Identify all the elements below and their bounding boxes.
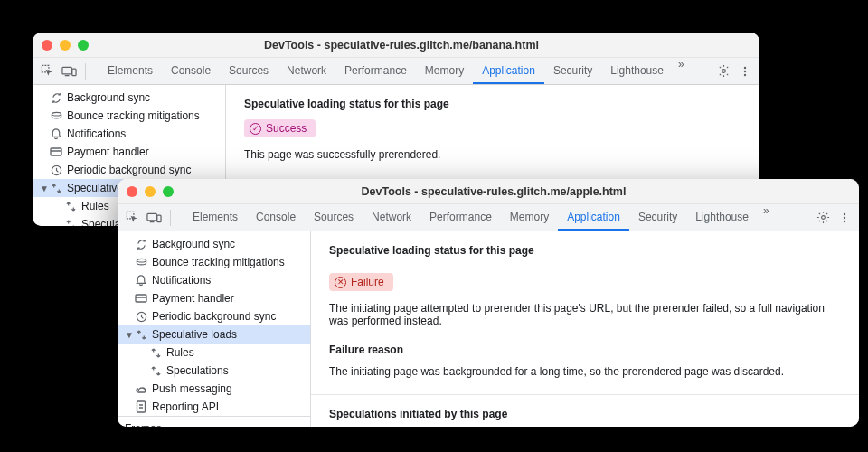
sidebar-item-periodic-sync[interactable]: Periodic background sync <box>118 307 310 325</box>
devtools-toolbar: Elements Console Sources Network Perform… <box>33 58 760 85</box>
status-heading: Speculative loading status for this page <box>244 98 741 110</box>
svg-point-6 <box>744 73 746 75</box>
device-toggle-icon[interactable] <box>145 209 163 227</box>
panel-tabs: Elements Console Sources Network Perform… <box>184 204 775 231</box>
status-badge-label: Failure <box>351 276 384 288</box>
svg-point-17 <box>137 259 146 262</box>
tab-performance[interactable]: Performance <box>335 58 416 84</box>
devtools-window-apple: DevTools - speculative-rules.glitch.me/a… <box>118 179 859 427</box>
tab-memory[interactable]: Memory <box>501 204 558 231</box>
inspect-icon[interactable] <box>38 62 56 80</box>
svg-rect-1 <box>61 67 71 74</box>
zoom-icon[interactable] <box>163 186 174 197</box>
svg-rect-11 <box>146 213 156 221</box>
svg-rect-20 <box>137 401 146 412</box>
sidebar-item-speculations[interactable]: Speculations <box>118 362 310 380</box>
tabs-overflow-icon[interactable]: » <box>758 204 775 231</box>
tab-network[interactable]: Network <box>278 58 335 84</box>
sidebar-item-push-messaging[interactable]: Push messaging <box>118 380 310 398</box>
sidebar-item-speculative-loads[interactable]: ▼Speculative loads <box>118 325 310 344</box>
tabs-overflow-icon[interactable]: » <box>673 58 690 84</box>
separator <box>85 63 86 80</box>
svg-rect-2 <box>71 69 75 76</box>
svg-point-4 <box>744 66 746 68</box>
section-divider <box>311 394 859 395</box>
tab-sources[interactable]: Sources <box>305 204 363 231</box>
svg-point-7 <box>52 112 61 116</box>
sidebar-item-payment-handler[interactable]: Payment handler <box>118 289 310 307</box>
traffic-lights <box>42 40 89 51</box>
minimize-icon[interactable] <box>60 40 71 51</box>
tab-application[interactable]: Application <box>558 204 629 231</box>
sidebar-section-frames[interactable]: Frames <box>118 416 310 427</box>
svg-point-3 <box>722 70 725 73</box>
window-title: DevTools - speculative-rules.glitch.me/a… <box>186 185 801 198</box>
device-toggle-icon[interactable] <box>60 62 78 80</box>
tab-network[interactable]: Network <box>363 204 420 231</box>
tab-elements[interactable]: Elements <box>184 204 247 231</box>
tab-memory[interactable]: Memory <box>416 58 473 84</box>
speculative-loads-panel: Speculative loading status for this page… <box>311 231 859 427</box>
traffic-lights <box>127 186 174 197</box>
gear-icon[interactable] <box>814 209 832 227</box>
sidebar-item-periodic-sync[interactable]: Periodic background sync <box>33 161 225 179</box>
status-description: The initiating page attempted to prerend… <box>329 302 841 327</box>
sidebar-item-bounce-tracking[interactable]: Bounce tracking mitigations <box>118 253 310 271</box>
check-circle-icon: ✓ <box>250 123 261 135</box>
tab-security[interactable]: Security <box>629 204 686 231</box>
inspect-icon[interactable] <box>123 209 141 227</box>
tab-lighthouse[interactable]: Lighthouse <box>601 58 673 84</box>
sidebar-item-payment-handler[interactable]: Payment handler <box>33 143 225 161</box>
separator <box>170 210 171 226</box>
devtools-toolbar: Elements Console Sources Network Perform… <box>118 204 859 231</box>
application-sidebar: Background sync Bounce tracking mitigati… <box>118 231 311 427</box>
status-description: This page was successfully prerendered. <box>244 148 741 161</box>
svg-rect-12 <box>156 215 160 222</box>
svg-point-14 <box>844 212 845 214</box>
failure-reason-heading: Failure reason <box>329 344 841 356</box>
sidebar-item-rules[interactable]: Rules <box>118 344 310 362</box>
sidebar-item-background-sync[interactable]: Background sync <box>33 89 225 107</box>
sidebar-item-notifications[interactable]: Notifications <box>33 125 225 143</box>
more-icon[interactable] <box>736 62 754 80</box>
failure-reason-description: The initiating page was backgrounded for… <box>329 365 841 378</box>
chevron-down-icon: ▼ <box>40 184 49 193</box>
speculations-initiated-heading: Speculations initiated by this page <box>329 408 841 420</box>
sidebar-item-reporting-api[interactable]: Reporting API <box>118 398 310 416</box>
svg-point-13 <box>821 216 825 220</box>
window-title: DevTools - speculative-rules.glitch.me/b… <box>101 39 702 52</box>
sidebar-item-bounce-tracking[interactable]: Bounce tracking mitigations <box>33 107 225 125</box>
svg-point-5 <box>744 70 746 71</box>
status-badge: ✕ Failure <box>329 273 393 291</box>
close-icon[interactable] <box>42 40 52 51</box>
titlebar: DevTools - speculative-rules.glitch.me/b… <box>33 33 760 58</box>
tab-performance[interactable]: Performance <box>420 204 501 231</box>
svg-point-15 <box>844 216 845 218</box>
zoom-icon[interactable] <box>78 40 89 51</box>
gear-icon[interactable] <box>714 62 732 80</box>
sidebar-item-notifications[interactable]: Notifications <box>118 271 310 289</box>
status-heading: Speculative loading status for this page <box>329 244 841 257</box>
tab-elements[interactable]: Elements <box>99 58 162 84</box>
svg-rect-8 <box>51 148 61 155</box>
status-badge: ✓ Success <box>244 119 316 137</box>
cross-circle-icon: ✕ <box>335 277 346 288</box>
tab-application[interactable]: Application <box>473 58 544 84</box>
more-icon[interactable] <box>835 209 854 227</box>
status-badge-label: Success <box>266 122 307 135</box>
svg-rect-18 <box>136 295 146 302</box>
tab-console[interactable]: Console <box>247 204 305 231</box>
tab-sources[interactable]: Sources <box>220 58 278 84</box>
titlebar: DevTools - speculative-rules.glitch.me/a… <box>118 179 859 204</box>
tab-console[interactable]: Console <box>162 58 220 84</box>
svg-point-16 <box>844 220 845 221</box>
tab-security[interactable]: Security <box>544 58 601 84</box>
chevron-down-icon: ▼ <box>125 330 134 340</box>
close-icon[interactable] <box>127 186 137 197</box>
tab-lighthouse[interactable]: Lighthouse <box>686 204 758 231</box>
panel-tabs: Elements Console Sources Network Perform… <box>99 58 690 84</box>
minimize-icon[interactable] <box>145 186 156 197</box>
sidebar-item-background-sync[interactable]: Background sync <box>118 235 310 253</box>
